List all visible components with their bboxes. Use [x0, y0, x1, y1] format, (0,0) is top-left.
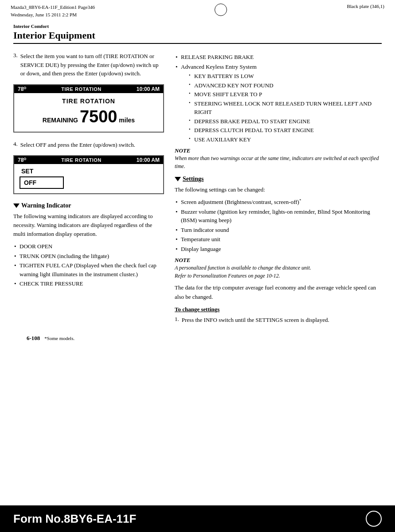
list-item: ADVANCED KEY NOT FOUND — [188, 81, 382, 90]
numbered-item-4: 4. Select OFF and press the Enter (up/do… — [13, 141, 164, 149]
advanced-keyless-label: Advanced Keyless Entry System — [181, 63, 257, 70]
page-number: 6-108 — [27, 335, 40, 342]
display1-temp: 78ᴼ — [18, 86, 26, 92]
footer-circle-decoration — [366, 511, 382, 527]
item1-text: Press the INFO switch until the SETTINGS… — [182, 316, 329, 325]
list-item: Temperature unit — [175, 235, 382, 244]
main-content: Interior Comfort Interior Equipment 3. S… — [0, 23, 395, 351]
note2-line2: Refer to Personalization Features on pag… — [175, 272, 382, 280]
middle-para: The data for the trip computer average f… — [175, 283, 382, 301]
settings-heading: Settings — [175, 176, 382, 183]
remaining-label: REMAINING — [43, 117, 78, 124]
triangle-icon — [175, 177, 181, 181]
header-right: Black plate (346,1) — [347, 4, 384, 9]
keyless-sub-list: KEY BATTERY IS LOW ADVANCED KEY NOT FOUN… — [181, 72, 382, 144]
list-item: DOOR OPEN — [13, 242, 164, 251]
settings-item-0: Screen adjustment (Brightness/contrast, … — [181, 199, 299, 205]
item3-text: Select the item you want to turn off (TI… — [20, 52, 164, 78]
display1-barlabel: TIRE ROTATION — [61, 86, 101, 92]
list-item: USE AUXILIARY KEY — [188, 135, 382, 144]
display2-barlabel: TIRE ROTATION — [61, 157, 101, 163]
triangle-icon — [13, 203, 20, 208]
right-column: RELEASE PARKING BRAKE Advanced Keyless E… — [175, 52, 382, 330]
list-item: TRUNK OPEN (including the liftgate) — [13, 252, 164, 261]
warning-bullet-list: DOOR OPEN TRUNK OPEN (including the lift… — [13, 242, 164, 288]
footer-form-num: Form No.8BY6-EA-11F — [13, 512, 136, 526]
warning-heading-text: Warning Indicator — [21, 202, 71, 209]
settings-intro: The following settings can be changed: — [175, 185, 382, 194]
display1-miles: miles — [119, 117, 135, 124]
display1-bignum: 7500 — [80, 107, 117, 126]
asterisk-note: *Some models. — [44, 336, 74, 341]
item3-number: 3. — [13, 52, 18, 78]
list-item: KEY BATTERY IS LOW — [188, 72, 382, 81]
display2-temp: 78ᴼ — [18, 157, 26, 163]
two-col-layout: 3. Select the item you want to turn off … — [13, 52, 382, 330]
to-change-heading: To change settings — [175, 306, 382, 313]
header-left: Mazda3_8BY6-EA-11F_Edition1 Page346 Wedn… — [11, 4, 95, 18]
display1-time: 10:00 AM — [137, 86, 160, 92]
more-bullet-list: RELEASE PARKING BRAKE Advanced Keyless E… — [175, 53, 382, 144]
item4-text: Select OFF and press the Enter (up/down)… — [20, 141, 135, 149]
header-date-info: Wednesday, June 15 2011 2:2 PM — [11, 11, 95, 19]
list-item: CHECK TIRE PRESSURE — [13, 279, 164, 288]
left-column: 3. Select the item you want to turn off … — [13, 52, 164, 330]
list-item: Display language — [175, 245, 382, 254]
numbered-item-3: 3. Select the item you want to turn off … — [13, 52, 164, 78]
list-item: Advanced Keyless Entry System KEY BATTER… — [175, 63, 382, 144]
item4-number: 4. — [13, 141, 18, 149]
display-box-1: 78ᴼ TIRE ROTATION 10:00 AM TIRE ROTATION… — [13, 84, 164, 133]
page-bottom: 6-108 *Some models. — [13, 335, 382, 342]
header-plate-info: Black plate (346,1) — [347, 4, 384, 9]
numbered-item-1: 1. Press the INFO switch until the SETTI… — [175, 316, 382, 325]
display1-body: TIRE ROTATION REMAINING 7500 miles — [14, 93, 163, 132]
header-file-info: Mazda3_8BY6-EA-11F_Edition1 Page346 — [11, 4, 95, 11]
page-header: Mazda3_8BY6-EA-11F_Edition1 Page346 Wedn… — [0, 0, 395, 20]
display1-topbar: 78ᴼ TIRE ROTATION 10:00 AM — [14, 85, 163, 93]
list-item: Screen adjustment (Brightness/contrast, … — [175, 198, 382, 207]
warning-para: The following warning indicators are dis… — [13, 212, 164, 239]
list-item: STEERING WHEEL LOCK NOT RELEASED TURN WH… — [188, 99, 382, 117]
header-center — [215, 4, 227, 17]
list-item: Buzzer volume (Ignition key reminder, li… — [175, 207, 382, 225]
display1-title: TIRE ROTATION — [20, 98, 158, 105]
item1-number: 1. — [175, 316, 179, 325]
list-item: DEPRESS BRAKE PEDAL TO START ENGINE — [188, 117, 382, 126]
asterisk-sup: * — [299, 198, 301, 203]
header-circle-decoration — [215, 4, 227, 16]
note2-title: NOTE — [175, 257, 382, 264]
display2-body: SET OFF — [14, 164, 163, 193]
display-box-2: 78ᴼ TIRE ROTATION 10:00 AM SET OFF — [13, 155, 164, 194]
list-item: DEPRESS CLUTCH PEDAL TO START ENGINE — [188, 126, 382, 135]
note-block-2: NOTE A personalized function is availabl… — [175, 257, 382, 280]
footer-bar: Form No.8BY6-EA-11F — [0, 505, 395, 532]
list-item: Turn indicator sound — [175, 226, 382, 235]
note1-text: When more than two warnings occur at the… — [175, 154, 382, 170]
section-title: Interior Equipment — [13, 30, 382, 44]
note1-title: NOTE — [175, 147, 382, 154]
settings-heading-text: Settings — [183, 176, 203, 183]
settings-bullet-list: Screen adjustment (Brightness/contrast, … — [175, 198, 382, 253]
section-label: Interior Comfort — [13, 23, 382, 29]
set-label: SET — [20, 168, 158, 175]
list-item: MOVE SHIFT LEVER TO P — [188, 90, 382, 99]
note2-line1: A personalized function is available to … — [175, 264, 382, 272]
display2-time: 10:00 AM — [137, 157, 160, 163]
list-item: TIGHTEN FUEL CAP (Displayed when the che… — [13, 261, 164, 278]
list-item: RELEASE PARKING BRAKE — [175, 53, 382, 62]
warning-indicator-heading: Warning Indicator — [13, 202, 164, 209]
display2-topbar: 78ᴼ TIRE ROTATION 10:00 AM — [14, 156, 163, 164]
display1-remaining: REMAINING 7500 miles — [20, 107, 158, 126]
off-box: OFF — [20, 176, 64, 189]
note-block-1: NOTE When more than two warnings occur a… — [175, 147, 382, 170]
